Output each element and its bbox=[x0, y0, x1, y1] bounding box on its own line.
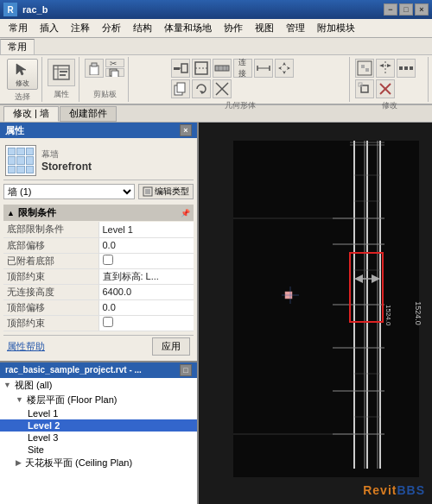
connect-button[interactable]: 连接 bbox=[233, 59, 252, 78]
main-area: 属性 × 幕墙 Storefront bbox=[0, 123, 432, 504]
prop-row-base-offset: 底部偏移 0.0 bbox=[3, 237, 194, 253]
svg-rect-5 bbox=[60, 74, 66, 76]
cw-cell-9 bbox=[26, 166, 34, 173]
modify2-buttons bbox=[355, 59, 424, 98]
menu-charu[interactable]: 插入 bbox=[35, 20, 64, 36]
edit-type-button[interactable]: 编辑类型 bbox=[138, 184, 194, 199]
close-button[interactable]: × bbox=[415, 3, 429, 16]
tree-item-level3[interactable]: Level 3 bbox=[0, 432, 197, 444]
apply-button[interactable]: 应用 bbox=[152, 337, 190, 356]
top-constraint-checkbox[interactable] bbox=[103, 317, 113, 327]
menu-shitu[interactable]: 视图 bbox=[250, 20, 279, 36]
prop-row-base-constraint: 底部限制条件 Level 1 bbox=[3, 222, 194, 237]
wall-button[interactable] bbox=[213, 59, 232, 78]
array-button[interactable] bbox=[397, 59, 416, 78]
svg-rect-36 bbox=[399, 66, 403, 70]
left-panel: 属性 × 幕墙 Storefront bbox=[0, 123, 199, 504]
svg-rect-10 bbox=[111, 71, 118, 77]
copy-button[interactable] bbox=[105, 68, 124, 77]
tree-item-ceiling-plan[interactable]: ▶ 天花板平面 (Ceiling Plan) bbox=[0, 456, 197, 470]
cmd-tab-create-part[interactable]: 创建部件 bbox=[60, 106, 117, 122]
tree-item-level1-label: Level 1 bbox=[28, 408, 58, 419]
properties-panel-close[interactable]: × bbox=[180, 124, 192, 136]
modify2-label: 修改 bbox=[382, 100, 397, 111]
watermark-revit: Revit bbox=[363, 483, 397, 497]
tree-item-floor-plan[interactable]: ▼ 楼层平面 (Floor Plan) bbox=[0, 393, 197, 407]
menu-fenxi[interactable]: 分析 bbox=[97, 20, 126, 36]
properties-help-link[interactable]: 属性帮助 bbox=[7, 340, 45, 353]
section-constraints[interactable]: ▲ 限制条件 📌 bbox=[3, 205, 194, 221]
maximize-button[interactable]: □ bbox=[399, 3, 413, 16]
copy-element-button[interactable] bbox=[171, 79, 190, 98]
command-tabs: 修改 | 墙 创建部件 bbox=[0, 105, 432, 123]
prop-value-base-constraint[interactable]: Level 1 bbox=[98, 222, 194, 237]
cw-cell-3 bbox=[26, 148, 34, 155]
cmd-tab-modify-wall[interactable]: 修改 | 墙 bbox=[3, 106, 59, 122]
title-bar: R rac_b − □ × bbox=[0, 0, 432, 19]
canvas-area: 1524.0 1524.0 RevitBBS bbox=[199, 123, 432, 504]
toolbar-tab-changyong[interactable]: 常用 bbox=[0, 39, 35, 54]
cut-button[interactable]: ✂ bbox=[105, 59, 124, 67]
menu-changeyong[interactable]: 常用 bbox=[3, 20, 33, 36]
prop-row-top-constraint2: 顶部约束 bbox=[3, 315, 194, 331]
mirror-button[interactable] bbox=[376, 59, 395, 78]
modify-button[interactable]: 修改 bbox=[7, 59, 38, 90]
move-button[interactable] bbox=[275, 59, 294, 78]
tree-item-site[interactable]: Site bbox=[0, 444, 197, 456]
menu-fujiamokuai[interactable]: 附加模块 bbox=[312, 20, 360, 36]
svg-marker-23 bbox=[283, 62, 286, 74]
clipboard-buttons: ✂ bbox=[85, 59, 124, 78]
tree-arrow-views: ▼ bbox=[3, 381, 11, 389]
properties-button[interactable] bbox=[48, 59, 75, 86]
prop-value-top-offset[interactable]: 0.0 bbox=[98, 299, 194, 315]
svg-marker-0 bbox=[16, 64, 26, 75]
minimize-button[interactable]: − bbox=[384, 3, 397, 16]
prop-value-base-offset[interactable]: 0.0 bbox=[98, 237, 194, 253]
tree-item-level1[interactable]: Level 1 bbox=[0, 407, 197, 419]
prop-label-top-offset: 顶部偏移 bbox=[3, 299, 98, 315]
dimension-button[interactable] bbox=[254, 59, 273, 78]
rotate-button[interactable] bbox=[192, 79, 211, 98]
svg-rect-32 bbox=[365, 68, 369, 72]
menu-guanli[interactable]: 管理 bbox=[281, 20, 310, 36]
toolbar-tabs: 常用 bbox=[0, 38, 432, 55]
cut-geometry-button[interactable] bbox=[192, 59, 211, 78]
prop-value-top-constraint2 bbox=[98, 315, 194, 331]
svg-text:✂: ✂ bbox=[110, 59, 117, 67]
menu-xiezuo[interactable]: 协作 bbox=[219, 20, 248, 36]
delete-button[interactable] bbox=[376, 79, 395, 98]
scale-button[interactable] bbox=[355, 79, 374, 98]
modify-icon bbox=[14, 61, 31, 79]
section-constraints-label: 限制条件 bbox=[18, 206, 56, 219]
cw-cell-8 bbox=[16, 166, 24, 173]
menu-zhushi[interactable]: 注释 bbox=[66, 20, 95, 36]
svg-rect-37 bbox=[404, 66, 408, 70]
instance-select[interactable]: 墙 (1) bbox=[3, 184, 135, 199]
section-arrow: ▲ bbox=[7, 209, 15, 217]
trim-button[interactable] bbox=[213, 79, 232, 98]
tree-item-views[interactable]: ▼ 视图 (all) bbox=[0, 378, 197, 393]
copy-icon bbox=[109, 68, 121, 77]
wall-icon bbox=[214, 60, 230, 76]
mirror-icon bbox=[378, 60, 393, 76]
toolbar-group-clipboard: ✂ 剪贴板 bbox=[81, 57, 129, 102]
edit-type-label: 编辑类型 bbox=[155, 186, 189, 198]
cw-cell-6 bbox=[26, 156, 34, 164]
menu-bar: 常用 插入 注释 分析 结构 体量和场地 协作 视图 管理 附加模块 bbox=[0, 19, 432, 38]
tree-item-level2[interactable]: Level 2 bbox=[0, 419, 197, 432]
paste-button[interactable] bbox=[85, 59, 104, 78]
clipboard-label: 剪贴板 bbox=[93, 89, 117, 100]
prop-header: 幕墙 Storefront bbox=[3, 142, 194, 180]
toolbar-row: 修改 选择 属性 bbox=[0, 55, 432, 104]
attached-base-checkbox[interactable] bbox=[103, 255, 113, 265]
scale-icon bbox=[357, 81, 372, 97]
menu-jiegou[interactable]: 结构 bbox=[128, 20, 157, 36]
prop-value-unconnected-height[interactable]: 6400.0 bbox=[98, 284, 194, 299]
prop-value-top-constraint[interactable]: 直到标高: L... bbox=[98, 268, 194, 284]
connect-cut-button[interactable] bbox=[171, 59, 190, 78]
prop-row-unconnected-height: 无连接高度 6400.0 bbox=[3, 284, 194, 299]
split-button[interactable] bbox=[355, 59, 374, 78]
tree-panel-close[interactable]: □ bbox=[180, 364, 192, 376]
delete-icon bbox=[378, 81, 393, 97]
menu-tiliangchangdi[interactable]: 体量和场地 bbox=[159, 20, 217, 36]
